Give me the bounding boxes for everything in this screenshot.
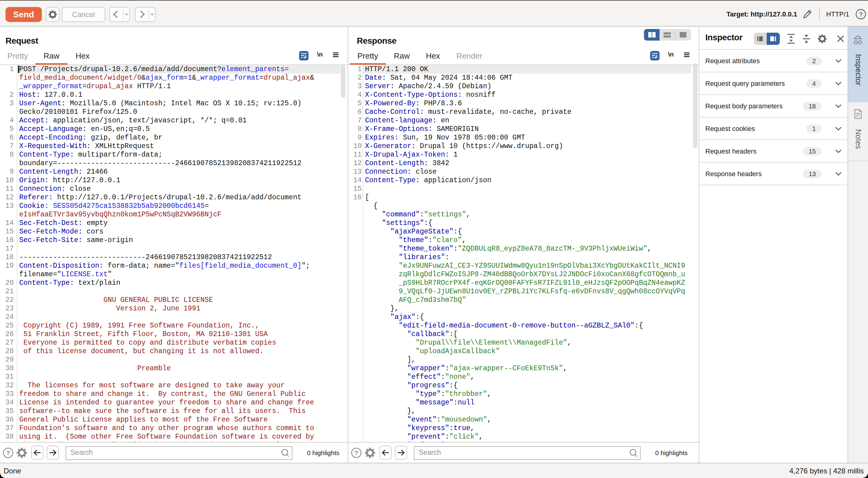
svg-text:?: ?: [859, 11, 863, 18]
svg-text:?: ?: [354, 449, 358, 456]
svg-text:?: ?: [6, 449, 10, 456]
